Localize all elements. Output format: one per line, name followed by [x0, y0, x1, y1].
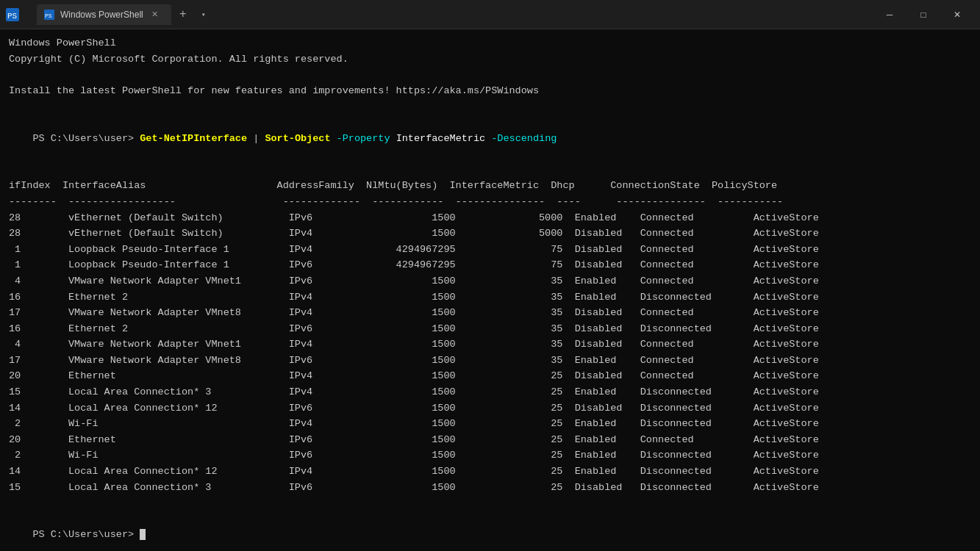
table-row: 20 Ethernet IPv6 1500 25 Enabled Connect…	[9, 432, 971, 448]
terminal-line-4: Install the latest PowerShell for new fe…	[9, 83, 971, 99]
table-row: 2 Wi-Fi IPv6 1500 25 Enabled Disconnecte…	[9, 447, 971, 464]
svg-text:PS: PS	[45, 12, 52, 19]
terminal-line-2: Copyright (C) Microsoft Corporation. All…	[9, 51, 971, 68]
table-row: 20 Ethernet IPv4 1500 25 Disabled Connec…	[9, 368, 971, 384]
title-bar: PS PS Windows PowerShell ✕ + ▾ ─ □ ✕	[0, 0, 980, 29]
table-separator: -------- ------------------ ------------…	[9, 194, 971, 210]
table-row: 28 vEthernet (Default Switch) IPv6 1500 …	[9, 210, 971, 226]
terminal-line-1: Windows PowerShell	[9, 35, 971, 51]
new-tab-button[interactable]: +	[173, 4, 193, 25]
table-row: 4 VMware Network Adapter VMnet1 IPv6 150…	[9, 273, 971, 289]
terminal-command-line: PS C:\Users\user> Get-NetIPInterface | S…	[9, 115, 971, 162]
table-output: ifIndex InterfaceAlias AddressFamily NlM…	[9, 178, 971, 495]
table-row: 1 Loopback Pseudo-Interface 1 IPv6 42949…	[9, 257, 971, 273]
cmd-pipe: |	[247, 133, 265, 144]
maximize-button[interactable]: □	[906, 3, 940, 26]
tabs-container: PS Windows PowerShell ✕ + ▾	[37, 4, 212, 25]
cmd-get-netipinterface: Get-NetIPInterface	[140, 133, 247, 144]
table-row: 2 Wi-Fi IPv4 1500 25 Enabled Disconnecte…	[9, 416, 971, 432]
table-row: 14 Local Area Connection* 12 IPv6 1500 2…	[9, 400, 971, 417]
table-body: 28 vEthernet (Default Switch) IPv6 1500 …	[9, 210, 971, 496]
title-bar-left: PS PS Windows PowerShell ✕ + ▾	[6, 4, 873, 25]
table-row: 16 Ethernet 2 IPv6 1500 35 Disabled Disc…	[9, 321, 971, 337]
terminal-blank-after-cmd	[9, 162, 971, 179]
cursor	[140, 529, 146, 540]
terminal-line-3	[9, 67, 971, 83]
table-row: 14 Local Area Connection* 12 IPv4 1500 2…	[9, 464, 971, 480]
table-row: 17 VMware Network Adapter VMnet8 IPv4 15…	[9, 305, 971, 321]
tab-label: Windows PowerShell	[60, 10, 143, 20]
table-row: 15 Local Area Connection* 3 IPv6 1500 25…	[9, 480, 971, 496]
powershell-icon: PS	[6, 8, 19, 21]
prompt-text: PS C:\Users\user>	[32, 133, 140, 144]
table-row: 17 VMware Network Adapter VMnet8 IPv6 15…	[9, 353, 971, 369]
terminal-line-5	[9, 98, 971, 115]
tab-close-button[interactable]: ✕	[149, 9, 161, 21]
tab-icon: PS	[44, 10, 54, 20]
table-row: 16 Ethernet 2 IPv4 1500 35 Enabled Disco…	[9, 289, 971, 306]
terminal-window: Windows PowerShell Copyright (C) Microso…	[0, 29, 980, 551]
tab-dropdown-button[interactable]: ▾	[195, 6, 212, 24]
svg-text:PS: PS	[7, 12, 18, 21]
terminal-blank-after-table	[9, 495, 971, 511]
terminal-prompt-2[interactable]: PS C:\Users\user>	[9, 511, 971, 551]
cmd-property-value: InterfaceMetric	[396, 133, 486, 144]
active-tab[interactable]: PS Windows PowerShell ✕	[37, 4, 171, 25]
cmd-descending-flag: -Descending	[485, 133, 557, 144]
window-controls: ─ □ ✕	[873, 3, 974, 26]
table-row: 4 VMware Network Adapter VMnet1 IPv4 150…	[9, 336, 971, 353]
close-button[interactable]: ✕	[940, 3, 974, 26]
prompt-2-text: PS C:\Users\user>	[32, 529, 140, 540]
table-row: 28 vEthernet (Default Switch) IPv4 1500 …	[9, 226, 971, 242]
cmd-property-flag: -Property	[331, 133, 396, 144]
table-row: 1 Loopback Pseudo-Interface 1 IPv4 42949…	[9, 242, 971, 258]
table-header: ifIndex InterfaceAlias AddressFamily NlM…	[9, 178, 971, 194]
table-row: 15 Local Area Connection* 3 IPv4 1500 25…	[9, 384, 971, 400]
minimize-button[interactable]: ─	[873, 3, 906, 26]
cmd-sort-object: Sort-Object	[265, 133, 330, 144]
